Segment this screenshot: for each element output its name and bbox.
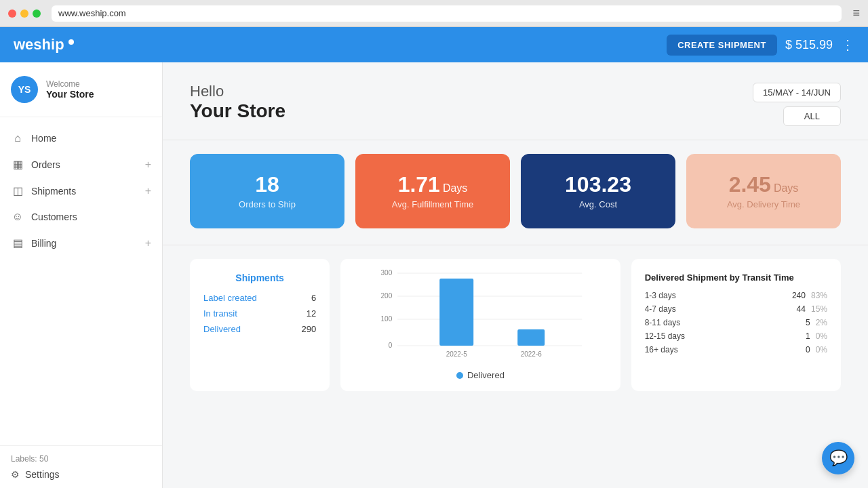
svg-text:0: 0 <box>389 342 393 349</box>
all-filter-button[interactable]: ALL <box>783 106 841 126</box>
transit-count-12-15: 1 <box>806 331 810 341</box>
sidebar-item-home-label: Home <box>31 133 56 144</box>
orders-expand-icon[interactable]: + <box>145 159 151 171</box>
main-content: Hello Your Store 15/MAY - 14/JUN ALL 18 … <box>163 62 868 488</box>
stats-grid: 18 Orders to Ship 1.71 Days Avg. Fulfill… <box>190 154 841 228</box>
transit-row-8-11: 8-11 days 5 2% <box>645 318 827 327</box>
minimize-button[interactable] <box>20 9 28 18</box>
transit-count-16plus: 0 <box>806 345 810 354</box>
orders-to-ship-value: 18 <box>255 174 279 195</box>
transit-label-8-11: 8-11 days <box>645 318 800 327</box>
billing-icon: ▤ <box>11 237 24 249</box>
traffic-lights <box>8 9 41 18</box>
transit-count-1-3: 240 <box>792 291 806 300</box>
browser-chrome: www.weship.com ≡ <box>0 0 868 27</box>
shipments-panel: Shipments Label created 6 In transit 12 … <box>190 259 330 391</box>
logo-dot <box>68 39 74 45</box>
shipment-row-label-created: Label created 6 <box>203 293 316 303</box>
main-store-name: Your Store <box>190 100 285 122</box>
sidebar-store-name: Your Store <box>46 89 94 100</box>
chat-button[interactable]: 💬 <box>822 442 854 474</box>
sidebar-item-shipments[interactable]: ◫ Shipments + <box>0 178 162 204</box>
fulfillment-value: 1.71 <box>398 174 440 195</box>
app-header: weship CREATE SHIPMENT $ 515.99 ⋮ <box>0 27 868 62</box>
panels-grid: Shipments Label created 6 In transit 12 … <box>190 259 841 391</box>
delivery-time-unit: Days <box>774 182 798 195</box>
transit-row-4-7: 4-7 days 44 15% <box>645 304 827 314</box>
app: weship CREATE SHIPMENT $ 515.99 ⋮ YS Wel… <box>0 27 868 488</box>
sidebar-item-billing-label: Billing <box>31 238 56 249</box>
transit-count-8-11: 5 <box>806 318 810 327</box>
stat-card-delivery-time: 2.45 Days Avg. Delivery Time <box>686 154 841 228</box>
sidebar-item-customers[interactable]: ☺ Customers <box>0 204 162 230</box>
avg-cost-value: 103.23 <box>565 174 631 195</box>
in-transit-value: 12 <box>307 308 316 319</box>
shipments-icon: ◫ <box>11 184 24 197</box>
transit-pct-4-7: 15% <box>811 304 827 314</box>
delivery-time-value: 2.45 <box>729 174 771 195</box>
logo: weship <box>14 36 74 54</box>
divider-2 <box>163 245 868 245</box>
sidebar: YS Welcome Your Store ⌂ Home ▦ Orders <box>0 62 163 488</box>
transit-label-12-15: 12-15 days <box>645 331 800 341</box>
transit-pct-12-15: 0% <box>816 331 827 341</box>
browser-menu-icon[interactable]: ≡ <box>852 6 860 20</box>
top-bar: Hello Your Store 15/MAY - 14/JUN ALL <box>190 83 841 126</box>
url-text: www.weship.com <box>58 8 126 18</box>
in-transit-label: In transit <box>203 308 237 319</box>
sidebar-item-customers-label: Customers <box>31 211 77 222</box>
orders-to-ship-label: Orders to Ship <box>239 199 296 209</box>
address-bar[interactable]: www.weship.com <box>52 5 842 22</box>
svg-rect-8 <box>439 279 473 346</box>
shipment-row-in-transit: In transit 12 <box>203 308 316 319</box>
fulfillment-label: Avg. Fulfillment Time <box>392 199 473 209</box>
maximize-button[interactable] <box>33 9 41 18</box>
transit-pct-16plus: 0% <box>816 345 827 354</box>
orders-icon: ▦ <box>11 158 24 171</box>
chart-area: 300 200 100 0 <box>351 270 609 365</box>
chart-panel: 300 200 100 0 <box>340 259 620 391</box>
sidebar-item-billing[interactable]: ▤ Billing + <box>0 230 162 256</box>
transit-count-4-7: 44 <box>797 304 806 314</box>
svg-text:2022-6: 2022-6 <box>521 350 542 358</box>
hello-text: Hello <box>190 83 285 100</box>
transit-label-4-7: 4-7 days <box>645 304 791 314</box>
sidebar-item-settings[interactable]: ⚙ Settings <box>11 469 151 480</box>
settings-label: Settings <box>25 469 60 480</box>
header-right: CREATE SHIPMENT $ 515.99 ⋮ <box>667 35 854 56</box>
stat-card-orders-to-ship: 18 Orders to Ship <box>190 154 344 228</box>
svg-text:2022-5: 2022-5 <box>446 350 468 358</box>
sidebar-item-orders-label: Orders <box>31 159 60 170</box>
legend-dot <box>456 372 463 379</box>
billing-expand-icon[interactable]: + <box>145 237 151 249</box>
avg-cost-label: Avg. Cost <box>579 199 617 209</box>
chat-icon: 💬 <box>829 449 848 467</box>
create-shipment-button[interactable]: CREATE SHIPMENT <box>667 35 777 56</box>
transit-time-panel: Delivered Shipment by Transit Time 1-3 d… <box>631 259 841 391</box>
transit-row-12-15: 12-15 days 1 0% <box>645 331 827 341</box>
transit-label-1-3: 1-3 days <box>645 291 787 300</box>
date-range-button[interactable]: 15/MAY - 14/JUN <box>753 83 841 102</box>
sidebar-item-home[interactable]: ⌂ Home <box>0 125 162 151</box>
sidebar-item-shipments-label: Shipments <box>31 186 76 197</box>
transit-pct-8-11: 2% <box>816 318 827 327</box>
close-button[interactable] <box>8 9 16 18</box>
label-created-label: Label created <box>203 293 257 303</box>
user-info: Welcome Your Store <box>46 79 94 100</box>
sidebar-footer: Labels: 50 ⚙ Settings <box>0 445 162 488</box>
svg-text:200: 200 <box>381 292 393 300</box>
chart-svg: 300 200 100 0 <box>351 270 609 365</box>
user-section: YS Welcome Your Store <box>0 62 162 117</box>
app-body: YS Welcome Your Store ⌂ Home ▦ Orders <box>0 62 868 488</box>
nav-section: ⌂ Home ▦ Orders + ◫ Shipments <box>0 117 162 445</box>
chart-legend: Delivered <box>351 370 609 380</box>
date-controls: 15/MAY - 14/JUN ALL <box>753 83 841 126</box>
avatar: YS <box>11 76 38 103</box>
shipments-expand-icon[interactable]: + <box>145 185 151 197</box>
header-more-icon[interactable]: ⋮ <box>841 37 854 53</box>
labels-count: Labels: 50 <box>11 454 151 464</box>
content-inner: Hello Your Store 15/MAY - 14/JUN ALL 18 … <box>163 62 868 411</box>
divider-1 <box>163 140 868 140</box>
sidebar-item-orders[interactable]: ▦ Orders + <box>0 151 162 178</box>
welcome-text: Welcome <box>46 79 94 89</box>
